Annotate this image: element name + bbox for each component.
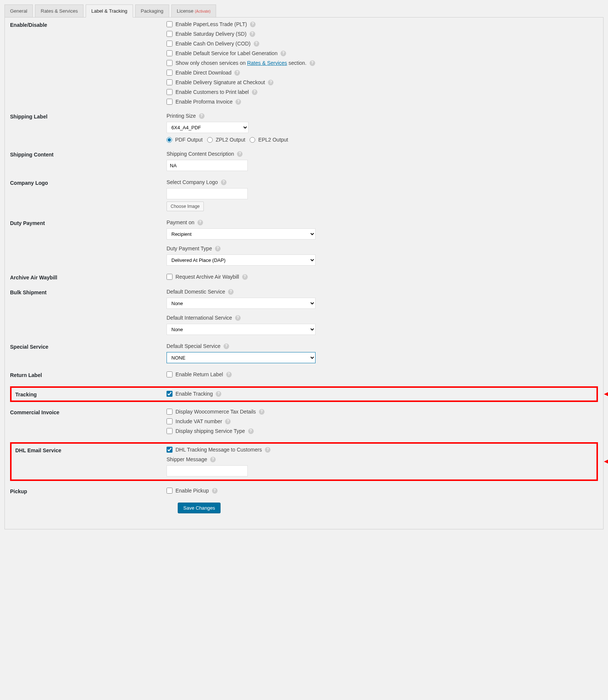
tab-packaging[interactable]: Packaging: [135, 4, 169, 18]
section-title-dhl-email: DHL Email Service: [15, 447, 167, 453]
arrow-annotation: [604, 456, 608, 467]
help-icon[interactable]: [225, 419, 231, 424]
select-domestic-service[interactable]: None: [167, 298, 316, 309]
select-printing-size[interactable]: 6X4_A4_PDF: [167, 122, 248, 133]
section-title-shipping-content: Shipping Content: [10, 151, 167, 158]
radio-epl2-output[interactable]: [250, 137, 255, 143]
settings-tabs: General Rates & Services Label & Trackin…: [4, 4, 604, 18]
help-icon[interactable]: [250, 22, 256, 27]
tab-general[interactable]: General: [4, 4, 33, 18]
radio-pdf-output[interactable]: [167, 137, 172, 143]
checkbox-archive-awb[interactable]: [167, 274, 172, 280]
checkbox-proforma[interactable]: [167, 99, 172, 105]
help-icon[interactable]: [226, 372, 232, 377]
section-title-enable: Enable/Disable: [10, 21, 167, 28]
help-icon[interactable]: [254, 41, 259, 47]
tab-license[interactable]: License (Activate): [171, 4, 216, 18]
help-icon[interactable]: [281, 51, 286, 56]
section-title-company-logo: Company Logo: [10, 179, 167, 186]
input-company-logo[interactable]: [167, 188, 248, 199]
section-title-commercial-invoice: Commercial Invoice: [10, 409, 167, 415]
help-icon[interactable]: [250, 31, 255, 37]
checkbox-cod[interactable]: [167, 41, 172, 47]
section-title-archive-awb: Archive Air Waybill: [10, 274, 167, 281]
checkbox-direct-download[interactable]: [167, 70, 172, 76]
checkbox-enable-tracking[interactable]: [167, 391, 172, 397]
radio-zpl2-output[interactable]: [207, 137, 213, 143]
help-icon[interactable]: [228, 289, 234, 295]
help-icon[interactable]: [215, 246, 221, 251]
help-icon[interactable]: [199, 113, 205, 119]
help-icon[interactable]: [216, 391, 221, 397]
checkbox-default-service[interactable]: [167, 50, 172, 56]
help-icon[interactable]: [234, 70, 240, 76]
help-icon[interactable]: [237, 151, 243, 157]
select-intl-service[interactable]: None: [167, 324, 316, 335]
input-shipper-message[interactable]: [167, 465, 248, 476]
settings-panel: Enable/Disable Enable PaperLess Trade (P…: [4, 17, 604, 529]
checkbox-return-label[interactable]: [167, 371, 172, 377]
help-icon[interactable]: [235, 99, 241, 105]
arrow-annotation: [604, 389, 608, 399]
section-title-shipping-label: Shipping Label: [10, 113, 167, 120]
help-icon[interactable]: [268, 80, 273, 85]
choose-image-button[interactable]: Choose Image: [167, 202, 204, 211]
checkbox-customers-print[interactable]: [167, 89, 172, 95]
link-rates-services[interactable]: Rates & Services: [247, 60, 287, 66]
help-icon[interactable]: [242, 274, 248, 280]
checkbox-vat-number[interactable]: [167, 418, 172, 424]
highlight-dhl-email: DHL Email Service DHL Tracking Message t…: [10, 442, 598, 481]
help-icon[interactable]: [224, 343, 229, 349]
section-title-bulk-shipment: Bulk Shipment: [10, 289, 167, 295]
checkbox-delivery-signature[interactable]: [167, 79, 172, 85]
checkbox-show-chosen[interactable]: [167, 60, 172, 66]
section-title-pickup: Pickup: [10, 488, 167, 494]
help-icon[interactable]: [248, 428, 254, 434]
help-icon[interactable]: [212, 488, 218, 494]
save-changes-button[interactable]: Save Changes: [178, 503, 221, 513]
select-special-service[interactable]: NONE: [167, 352, 316, 363]
help-icon[interactable]: [210, 457, 216, 462]
section-title-tracking: Tracking: [15, 391, 167, 397]
checkbox-plt[interactable]: [167, 21, 172, 27]
checkbox-service-type[interactable]: [167, 428, 172, 434]
help-icon[interactable]: [259, 409, 265, 415]
checkbox-enable-pickup[interactable]: [167, 488, 172, 494]
help-icon[interactable]: [197, 220, 203, 225]
tab-rates-services[interactable]: Rates & Services: [35, 4, 83, 18]
help-icon[interactable]: [310, 60, 315, 66]
checkbox-sd[interactable]: [167, 31, 172, 37]
highlight-tracking: Tracking Enable Tracking: [10, 386, 598, 402]
help-icon[interactable]: [265, 447, 270, 453]
section-title-duty-payment: Duty Payment: [10, 219, 167, 226]
help-icon[interactable]: [235, 315, 241, 321]
tab-label-tracking[interactable]: Label & Tracking: [86, 4, 133, 18]
select-payment-on[interactable]: Recipient: [167, 228, 316, 240]
help-icon[interactable]: [221, 180, 227, 185]
select-duty-type[interactable]: Delivered At Place (DAP): [167, 254, 316, 266]
help-icon[interactable]: [252, 89, 257, 95]
section-title-special-service: Special Service: [10, 343, 167, 350]
checkbox-dhl-tracking-msg[interactable]: [167, 447, 172, 453]
input-shipping-content[interactable]: [167, 160, 248, 171]
checkbox-tax-details[interactable]: [167, 409, 172, 415]
section-title-return-label: Return Label: [10, 371, 167, 378]
